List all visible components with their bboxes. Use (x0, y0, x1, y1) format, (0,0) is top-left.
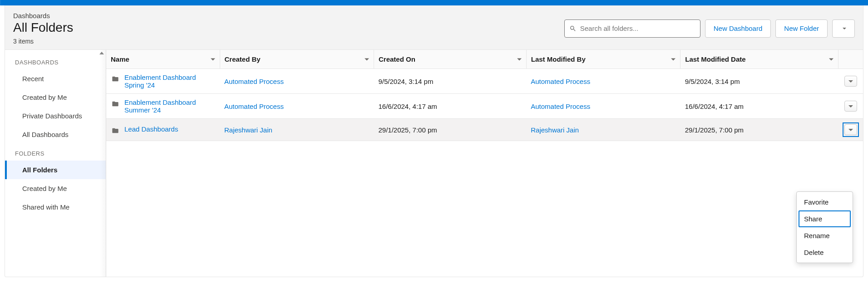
last-modified-by-link[interactable]: Automated Process (531, 78, 590, 85)
search-icon (569, 25, 577, 32)
menu-item-favorite[interactable]: Favorite (799, 194, 851, 210)
column-header-last-modified-date[interactable]: Last Modified Date (681, 50, 838, 69)
new-folder-button[interactable]: New Folder (775, 20, 828, 38)
last-modified-by-link[interactable]: Automated Process (531, 103, 590, 110)
sidebar-item-all-folders[interactable]: All Folders (5, 161, 106, 179)
created-by-link[interactable]: Automated Process (224, 103, 284, 110)
created-on-value: 29/1/2025, 7:00 pm (374, 119, 526, 141)
column-header-last-modified-by[interactable]: Last Modified By (526, 50, 680, 69)
chevron-down-icon (211, 58, 215, 60)
column-header-actions (838, 50, 863, 69)
chevron-down-icon (517, 58, 522, 60)
chevron-down-icon (843, 28, 846, 29)
folder-icon (111, 75, 120, 83)
body: DASHBOARDS Recent Created by Me Private … (5, 50, 863, 277)
search-input[interactable] (580, 24, 695, 32)
last-modified-by-link[interactable]: Rajeshwari Jain (531, 126, 579, 134)
column-header-created-by[interactable]: Created By (220, 50, 374, 69)
chevron-down-icon (671, 58, 676, 60)
main-content: Name Created By Created On Last Modified… (106, 50, 863, 277)
column-header-created-on[interactable]: Created On (374, 50, 526, 69)
sidebar-item-private-dashboards[interactable]: Private Dashboards (5, 107, 106, 125)
sidebar-item-folders-created-by-me[interactable]: Created by Me (5, 179, 106, 198)
chevron-down-icon (829, 58, 833, 60)
menu-item-rename[interactable]: Rename (799, 227, 851, 244)
created-by-link[interactable]: Automated Process (224, 78, 284, 85)
sidebar: DASHBOARDS Recent Created by Me Private … (5, 50, 106, 277)
breadcrumb: Dashboards (13, 12, 73, 20)
page-header: Dashboards All Folders 3 items New Dashb… (5, 5, 863, 50)
folder-icon (111, 127, 120, 134)
table-row: Lead Dashboards Rajeshwari Jain 29/1/202… (106, 119, 863, 141)
table-row: Enablement Dashboard Summer '24 Automate… (106, 94, 863, 119)
new-dashboard-button[interactable]: New Dashboard (705, 20, 771, 38)
sidebar-item-all-dashboards[interactable]: All Dashboards (5, 125, 106, 144)
chevron-down-icon (848, 105, 853, 107)
sidebar-item-shared-with-me[interactable]: Shared with Me (5, 198, 106, 216)
folders-table: Name Created By Created On Last Modified… (106, 50, 863, 141)
item-count: 3 items (13, 38, 73, 45)
search-box[interactable] (564, 20, 700, 38)
row-actions-button[interactable] (844, 76, 857, 87)
main-container: Dashboards All Folders 3 items New Dashb… (5, 5, 863, 277)
sidebar-item-recent[interactable]: Recent (5, 69, 106, 88)
chevron-down-icon (848, 129, 853, 131)
menu-item-share[interactable]: Share (799, 210, 851, 227)
row-actions-button[interactable] (844, 101, 857, 112)
sidebar-item-created-by-me[interactable]: Created by Me (5, 88, 106, 107)
created-on-value: 9/5/2024, 3:14 pm (374, 69, 526, 94)
last-modified-date-value: 29/1/2025, 7:00 pm (681, 119, 838, 141)
sidebar-section-dashboards: DASHBOARDS (5, 53, 106, 69)
menu-item-delete[interactable]: Delete (799, 244, 851, 261)
page-title: All Folders (13, 20, 73, 35)
folder-link[interactable]: Lead Dashboards (124, 125, 178, 133)
created-on-value: 16/6/2024, 4:17 am (374, 94, 526, 119)
header-actions: New Dashboard New Folder (564, 20, 855, 38)
chevron-down-icon (848, 80, 853, 83)
table-row: Enablement Dashboard Spring '24 Automate… (106, 69, 863, 94)
column-header-name[interactable]: Name (106, 50, 220, 69)
top-accent-bar (0, 0, 868, 5)
row-actions-menu: Favorite Share Rename Delete (796, 191, 853, 263)
last-modified-date-value: 9/5/2024, 3:14 pm (681, 69, 838, 94)
row-actions-button[interactable] (844, 124, 857, 135)
last-modified-date-value: 16/6/2024, 4:17 am (681, 94, 838, 119)
settings-button[interactable] (832, 20, 855, 38)
folder-link[interactable]: Enablement Dashboard Spring '24 (124, 73, 215, 89)
folder-link[interactable]: Enablement Dashboard Summer '24 (124, 98, 215, 114)
sidebar-section-folders: FOLDERS (5, 144, 106, 161)
header-left: Dashboards All Folders 3 items (13, 12, 73, 45)
chevron-down-icon (365, 58, 369, 60)
scroll-up-icon[interactable] (99, 52, 104, 54)
folder-icon (111, 100, 120, 107)
created-by-link[interactable]: Rajeshwari Jain (224, 126, 272, 134)
